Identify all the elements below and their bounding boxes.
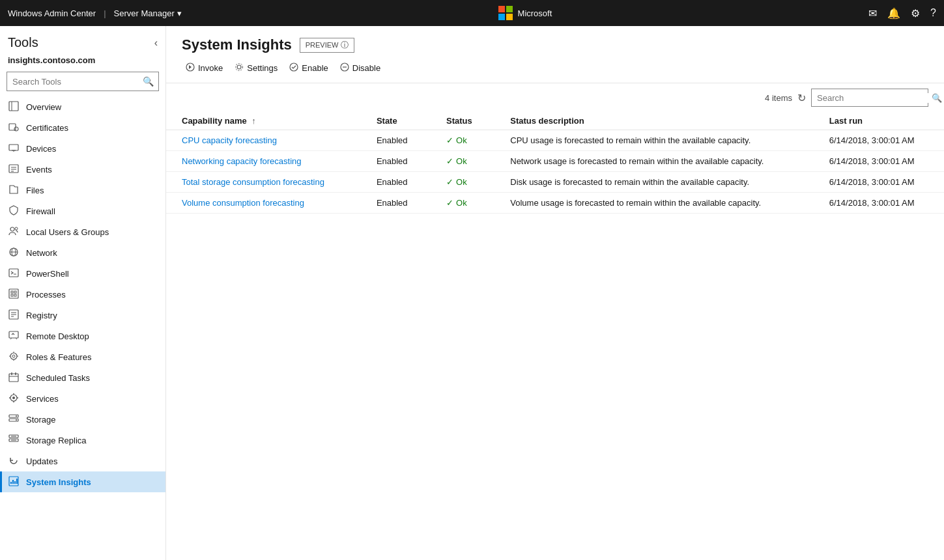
- settings-icon: [235, 63, 244, 74]
- sidebar-item-label: Network: [26, 248, 57, 258]
- ms-logo-svg: [498, 6, 513, 20]
- svg-point-7: [14, 127, 18, 131]
- ok-check-icon: ✓: [446, 198, 453, 208]
- sidebar-item-remote-desktop[interactable]: Remote Desktop: [0, 326, 165, 346]
- overview-icon: [8, 101, 20, 113]
- sidebar-item-events[interactable]: Events: [0, 159, 165, 180]
- topbar: Windows Admin Center | Server Manager ▾ …: [0, 0, 944, 26]
- sidebar-item-registry[interactable]: Registry: [0, 305, 165, 326]
- capability-link-2[interactable]: Total storage consumption forecasting: [182, 177, 324, 187]
- network-icon: [8, 247, 20, 259]
- gear-icon[interactable]: ⚙: [911, 7, 920, 20]
- disable-label: Disable: [352, 63, 380, 73]
- capability-link-0[interactable]: CPU capacity forecasting: [182, 135, 277, 145]
- cell-last-run: 6/14/2018, 3:00:01 AM: [814, 193, 944, 214]
- svg-rect-3: [506, 14, 513, 20]
- enable-button[interactable]: Enable: [285, 60, 336, 76]
- sidebar-collapse-button[interactable]: ‹: [154, 37, 158, 49]
- table-search-input[interactable]: [812, 93, 932, 103]
- sidebar-item-scheduled-tasks[interactable]: Scheduled Tasks: [0, 367, 165, 388]
- capability-link-3[interactable]: Volume consumption forecasting: [182, 198, 304, 208]
- search-tools-box: 🔍: [7, 72, 159, 91]
- search-tools-input[interactable]: [7, 77, 137, 87]
- registry-icon: [8, 309, 20, 322]
- sidebar-item-label: Overview: [26, 102, 61, 112]
- sidebar-nav: Overview Certificates Devices: [0, 96, 165, 560]
- refresh-button[interactable]: ↻: [797, 92, 806, 104]
- svg-point-64: [237, 65, 241, 69]
- sidebar-item-services[interactable]: Services: [0, 388, 165, 409]
- settings-button[interactable]: Settings: [231, 60, 285, 76]
- col-status: Status: [431, 112, 494, 130]
- sidebar-item-firewall[interactable]: Firewall: [0, 201, 165, 221]
- microsoft-label: Microsoft: [518, 8, 552, 18]
- svg-rect-31: [9, 331, 18, 338]
- sidebar-item-files[interactable]: Files: [0, 180, 165, 201]
- powershell-icon: [8, 268, 20, 280]
- sidebar-item-certificates[interactable]: Certificates: [0, 117, 165, 138]
- sidebar-item-system-insights[interactable]: System Insights: [0, 471, 165, 492]
- sidebar-item-network[interactable]: Network: [0, 242, 165, 263]
- toolbar: Invoke Settings Enable Disable: [166, 53, 944, 83]
- processes-icon: [8, 288, 20, 301]
- sidebar-item-overview[interactable]: Overview: [0, 96, 165, 117]
- table-row: Networking capacity forecasting Enabled …: [166, 151, 944, 172]
- table-search-button[interactable]: 🔍: [932, 89, 942, 106]
- sidebar-item-updates[interactable]: Updates: [0, 451, 165, 471]
- sidebar-item-label: Storage Replica: [26, 436, 87, 445]
- svg-rect-4: [9, 102, 18, 111]
- main-layout: Tools ‹ insights.contoso.com 🔍 Overview: [0, 26, 944, 560]
- content-header: System Insights PREVIEW ⓘ: [166, 26, 944, 53]
- sidebar-item-storage[interactable]: Storage: [0, 409, 165, 430]
- sidebar-item-label: Processes: [26, 290, 66, 300]
- cell-state: Enabled: [361, 151, 431, 172]
- svg-rect-24: [14, 291, 16, 293]
- status-text: Ok: [456, 135, 467, 145]
- cell-last-run: 6/14/2018, 3:00:01 AM: [814, 151, 944, 172]
- sidebar-item-roles-features[interactable]: Roles & Features: [0, 346, 165, 367]
- content-area: System Insights PREVIEW ⓘ Invoke Setting…: [166, 26, 944, 560]
- table-row: Volume consumption forecasting Enabled ✓…: [166, 193, 944, 214]
- cell-last-run: 6/14/2018, 3:00:01 AM: [814, 130, 944, 151]
- sidebar-item-devices[interactable]: Devices: [0, 138, 165, 159]
- capability-link-1[interactable]: Networking capacity forecasting: [182, 156, 302, 166]
- invoke-button[interactable]: Invoke: [182, 60, 231, 76]
- preview-badge[interactable]: PREVIEW ⓘ: [300, 38, 355, 53]
- roles-features-icon: [8, 351, 20, 363]
- sidebar-item-local-users[interactable]: Local Users & Groups: [0, 221, 165, 242]
- table-toolbar: 4 items ↻ 🔍: [166, 83, 944, 112]
- invoke-label: Invoke: [198, 63, 223, 73]
- files-icon: [8, 184, 20, 197]
- svg-rect-25: [11, 294, 13, 296]
- sidebar-item-powershell[interactable]: PowerShell: [0, 263, 165, 284]
- server-manager-btn[interactable]: Server Manager ▾: [114, 8, 182, 18]
- table-search-box: 🔍: [811, 89, 928, 107]
- search-tools-button[interactable]: 🔍: [137, 72, 158, 91]
- mail-icon[interactable]: ✉: [868, 7, 877, 20]
- col-status-description: Status description: [494, 112, 814, 130]
- col-state: State: [361, 112, 431, 130]
- firewall-icon: [8, 205, 20, 217]
- svg-rect-0: [498, 6, 505, 12]
- bell-icon[interactable]: 🔔: [887, 7, 900, 20]
- svg-rect-2: [498, 14, 505, 20]
- sidebar-item-label: Local Users & Groups: [26, 227, 109, 237]
- sidebar-item-processes[interactable]: Processes: [0, 284, 165, 305]
- svg-rect-26: [14, 294, 16, 296]
- capabilities-table: Capability name ↑ State Status Status de…: [166, 112, 944, 214]
- help-icon[interactable]: ?: [930, 7, 936, 19]
- col-capability-name[interactable]: Capability name ↑: [166, 112, 361, 130]
- cell-status-description: CPU usage is forecasted to remain within…: [494, 130, 814, 151]
- sidebar-item-label: Events: [26, 165, 52, 175]
- enable-label: Enable: [302, 63, 328, 73]
- table-area: 4 items ↻ 🔍 Capability name ↑ State Sta: [166, 83, 944, 560]
- disable-button[interactable]: Disable: [336, 60, 388, 76]
- sidebar-item-label: Scheduled Tasks: [26, 373, 90, 383]
- sidebar-title: Tools: [8, 35, 38, 50]
- cell-status: ✓ Ok: [431, 130, 494, 151]
- sidebar-item-label: Firewall: [26, 206, 55, 216]
- table-row: CPU capacity forecasting Enabled ✓ Ok CP…: [166, 130, 944, 151]
- events-icon: [8, 163, 20, 176]
- sidebar-item-storage-replica[interactable]: Storage Replica: [0, 430, 165, 451]
- ok-check-icon: ✓: [446, 135, 453, 145]
